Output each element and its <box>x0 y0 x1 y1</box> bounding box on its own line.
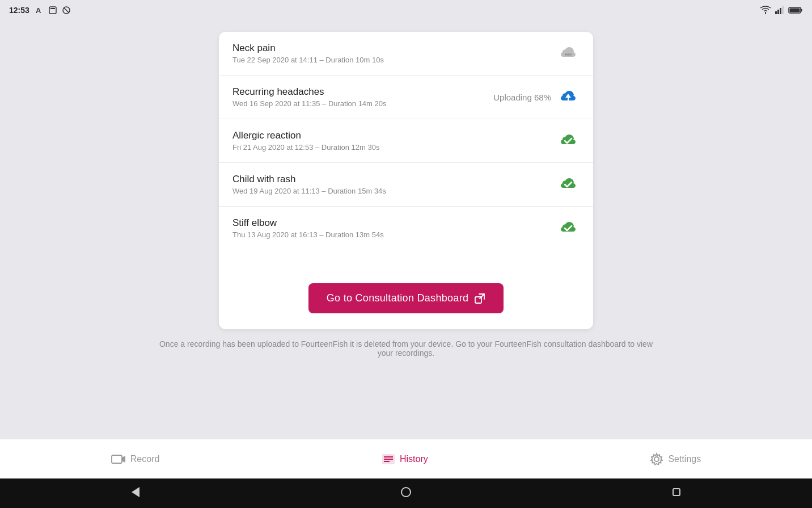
main-content: Neck pain Tue 22 Sep 2020 at 14:11 – Dur… <box>0 20 812 439</box>
nav-item-settings[interactable]: Settings <box>638 447 712 472</box>
consult-title-1: Neck pain <box>232 43 384 54</box>
consult-date-3: Fri 21 Aug 2020 at 12:53 – Duration 12m … <box>232 143 379 152</box>
consultation-item-4[interactable]: Child with rash Wed 19 Aug 2020 at 11:13… <box>219 163 593 207</box>
svg-point-13 <box>567 53 569 56</box>
dashboard-button-label: Go to Consultation Dashboard <box>327 292 469 304</box>
svg-point-24 <box>654 457 659 461</box>
svg-marker-25 <box>132 487 139 497</box>
consult-status-5 <box>557 217 580 240</box>
content-wrapper: Neck pain Tue 22 Sep 2020 at 14:11 – Dur… <box>0 32 812 439</box>
cloud-done-icon-5 <box>557 217 580 240</box>
svg-text:A: A <box>36 6 41 15</box>
consult-date-2: Wed 16 Sep 2020 at 11:35 – Duration 14m … <box>232 99 387 108</box>
svg-rect-1 <box>49 7 56 14</box>
consult-title-3: Allergic reaction <box>232 130 379 141</box>
consult-status-3 <box>557 129 580 152</box>
status-icons: A <box>34 5 71 15</box>
consult-status-1 <box>557 42 580 65</box>
consultation-item-1[interactable]: Neck pain Tue 22 Sep 2020 at 14:11 – Dur… <box>219 32 593 75</box>
svg-point-14 <box>569 53 572 56</box>
android-nav-bar <box>0 478 812 508</box>
svg-point-12 <box>565 53 567 56</box>
a-icon: A <box>34 5 44 15</box>
settings-icon <box>650 452 663 466</box>
svg-rect-6 <box>777 10 779 14</box>
consult-info-4: Child with rash Wed 19 Aug 2020 at 11:13… <box>232 174 386 195</box>
svg-rect-7 <box>780 8 781 14</box>
consult-info-2: Recurring headaches Wed 16 Sep 2020 at 1… <box>232 86 387 108</box>
svg-rect-11 <box>790 9 800 12</box>
svg-rect-27 <box>673 489 680 496</box>
nav-label-record: Record <box>130 454 160 464</box>
cloud-uploading-icon <box>557 86 580 108</box>
nav-label-settings: Settings <box>668 454 701 464</box>
block-icon <box>61 5 71 15</box>
svg-line-4 <box>64 8 69 13</box>
nav-item-record[interactable]: Record <box>100 447 171 471</box>
record-icon <box>111 453 126 465</box>
status-bar-left: 12:53 A <box>9 5 71 15</box>
consult-info-5: Stiff elbow Thu 13 Aug 2020 at 16:13 – D… <box>232 217 384 239</box>
consultation-card: Neck pain Tue 22 Sep 2020 at 14:11 – Dur… <box>219 32 593 329</box>
consult-info-1: Neck pain Tue 22 Sep 2020 at 14:11 – Dur… <box>232 43 384 64</box>
consultation-item-3[interactable]: Allergic reaction Fri 21 Aug 2020 at 12:… <box>219 119 593 163</box>
consult-title-4: Child with rash <box>232 174 386 185</box>
consult-status-4 <box>557 173 580 196</box>
wifi-icon <box>760 6 771 15</box>
svg-rect-5 <box>775 11 777 14</box>
svg-line-17 <box>480 294 484 299</box>
svg-rect-10 <box>801 9 802 12</box>
consultation-item-5[interactable]: Stiff elbow Thu 13 Aug 2020 at 16:13 – D… <box>219 207 593 250</box>
svg-rect-2 <box>50 8 55 9</box>
consult-status-2: Uploading 68% <box>493 86 580 108</box>
cloud-done-icon-4 <box>557 173 580 196</box>
android-home-button[interactable] <box>400 486 412 501</box>
bottom-nav: Record History Settings <box>0 439 812 478</box>
consult-date-4: Wed 19 Aug 2020 at 11:13 – Duration 15m … <box>232 187 386 195</box>
info-text: Once a recording has been uploaded to Fo… <box>122 339 690 358</box>
svg-rect-18 <box>112 455 122 463</box>
card-footer: Go to Consultation Dashboard <box>219 250 593 329</box>
status-time: 12:53 <box>9 6 29 15</box>
svg-rect-8 <box>782 6 784 14</box>
consult-date-1: Tue 22 Sep 2020 at 14:11 – Duration 10m … <box>232 56 384 64</box>
nav-label-history: History <box>400 454 428 464</box>
consultation-item-2[interactable]: Recurring headaches Wed 16 Sep 2020 at 1… <box>219 75 593 119</box>
external-link-icon <box>474 293 485 304</box>
consult-title-5: Stiff elbow <box>232 217 384 229</box>
consult-title-2: Recurring headaches <box>232 86 387 98</box>
upload-text-2: Uploading 68% <box>493 93 551 102</box>
nav-item-history[interactable]: History <box>370 447 439 471</box>
cloud-pending-icon <box>557 42 580 65</box>
signal-icon <box>775 6 785 15</box>
dashboard-button[interactable]: Go to Consultation Dashboard <box>308 283 504 313</box>
history-icon <box>382 453 395 465</box>
android-recents-button[interactable] <box>670 486 683 501</box>
status-bar: 12:53 A <box>0 0 812 20</box>
cloud-done-icon-3 <box>557 129 580 152</box>
consult-date-5: Thu 13 Aug 2020 at 16:13 – Duration 13m … <box>232 230 384 239</box>
consult-info-3: Allergic reaction Fri 21 Aug 2020 at 12:… <box>232 130 379 152</box>
sim-icon <box>48 5 58 15</box>
android-back-button[interactable] <box>129 486 142 501</box>
svg-point-26 <box>401 488 411 497</box>
status-bar-right <box>760 6 803 15</box>
battery-icon <box>788 6 803 14</box>
